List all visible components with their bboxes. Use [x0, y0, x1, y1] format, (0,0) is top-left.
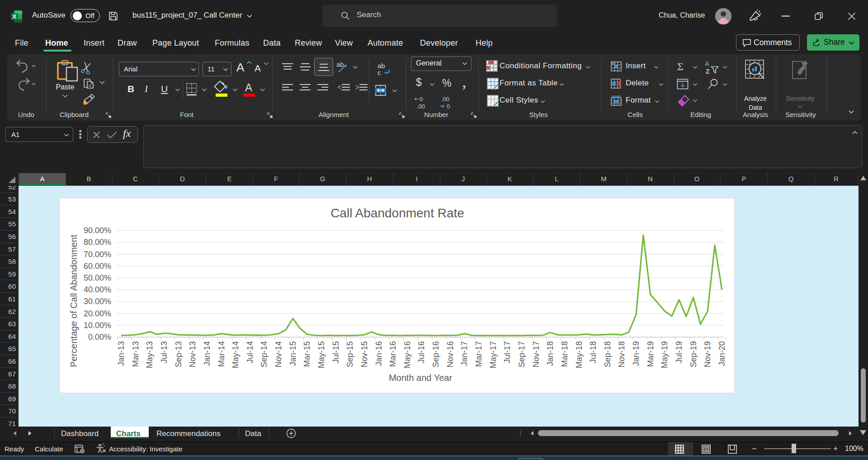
svg-text:Nov-13: Nov-13 [188, 341, 197, 367]
svg-text:80.00%: 80.00% [84, 238, 111, 247]
svg-text:Sep-14: Sep-14 [259, 341, 269, 367]
svg-text:Jan-20: Jan-20 [717, 341, 726, 366]
svg-text:May-13: May-13 [145, 341, 154, 368]
svg-text:c: c [377, 69, 381, 76]
svg-text:Sep-17: Sep-17 [517, 341, 526, 367]
svg-text:May-18: May-18 [575, 341, 584, 368]
svg-text:Sep-13: Sep-13 [174, 341, 183, 367]
svg-text:Nov-18: Nov-18 [617, 341, 626, 367]
svg-text:60.00%: 60.00% [84, 262, 111, 271]
svg-text:Nov-19: Nov-19 [703, 341, 712, 367]
svg-text:Mar-16: Mar-16 [388, 341, 397, 367]
svg-text:70.00%: 70.00% [84, 250, 111, 259]
svg-text:Jul-15: Jul-15 [331, 341, 340, 363]
svg-text:Call Abandonment Rate: Call Abandonment Rate [330, 206, 464, 220]
svg-text:Nov-15: Nov-15 [360, 341, 369, 367]
svg-text:Jan-16: Jan-16 [374, 341, 383, 366]
svg-text:0: 0 [420, 96, 423, 103]
svg-text:Nov-14: Nov-14 [274, 341, 283, 367]
svg-text:Percentage of Call Abandonment: Percentage of Call Abandonment [69, 235, 79, 367]
svg-text:Mar-13: Mar-13 [131, 341, 140, 367]
svg-text:Jan-13: Jan-13 [117, 341, 126, 366]
svg-text:.00: .00 [417, 103, 425, 109]
svg-text:Sep-16: Sep-16 [431, 341, 440, 367]
svg-text:Mar-15: Mar-15 [302, 341, 311, 367]
svg-text:Sep-18: Sep-18 [603, 341, 612, 367]
svg-text:Mar-19: Mar-19 [646, 341, 655, 367]
svg-text:Jan-17: Jan-17 [460, 341, 469, 366]
svg-text:A: A [705, 61, 709, 67]
svg-text:Jul-17: Jul-17 [503, 341, 512, 363]
svg-text:Jul-19: Jul-19 [675, 341, 684, 363]
svg-text:Z: Z [706, 68, 710, 74]
svg-text:Nov-17: Nov-17 [532, 341, 541, 367]
svg-text:Jan-18: Jan-18 [546, 341, 555, 366]
svg-text:May-17: May-17 [489, 341, 498, 368]
svg-text:May-14: May-14 [231, 341, 240, 368]
svg-text:.00: .00 [441, 96, 449, 103]
svg-text:Sep-19: Sep-19 [689, 341, 698, 367]
svg-text:Nov-16: Nov-16 [446, 341, 455, 367]
svg-text:Jan-19: Jan-19 [632, 341, 641, 366]
svg-text:0: 0 [447, 103, 450, 109]
svg-text:May-15: May-15 [317, 341, 326, 368]
svg-text:X: X [13, 14, 17, 20]
svg-text:Mar-17: Mar-17 [474, 341, 483, 367]
svg-text:May-19: May-19 [660, 341, 669, 368]
svg-text:Mar-14: Mar-14 [217, 341, 226, 367]
svg-text:20.00%: 20.00% [84, 309, 111, 318]
svg-text:40.00%: 40.00% [84, 285, 111, 294]
svg-text:Jan-14: Jan-14 [203, 341, 212, 366]
svg-text:Jul-18: Jul-18 [589, 341, 598, 363]
svg-text:90.00%: 90.00% [84, 226, 111, 235]
svg-text:May-16: May-16 [403, 341, 412, 368]
svg-text:Month and Year: Month and Year [389, 373, 452, 383]
svg-text:Jul-16: Jul-16 [417, 341, 426, 363]
svg-text:ab: ab [336, 61, 344, 68]
svg-text:0.00%: 0.00% [88, 333, 111, 342]
svg-text:Jul-13: Jul-13 [160, 341, 169, 363]
svg-text:Mar-18: Mar-18 [560, 341, 569, 367]
svg-text:Jul-14: Jul-14 [245, 341, 255, 363]
svg-text:30.00%: 30.00% [84, 297, 111, 306]
svg-text:Sep-15: Sep-15 [345, 341, 354, 367]
svg-text:Jan-15: Jan-15 [288, 341, 297, 366]
svg-text:50.00%: 50.00% [84, 273, 111, 282]
svg-text:10.00%: 10.00% [84, 321, 111, 330]
